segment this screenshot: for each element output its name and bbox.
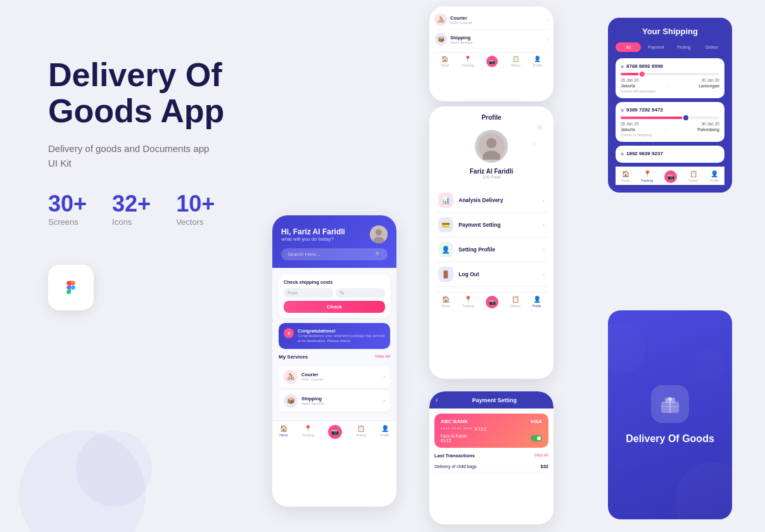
tracking-num-3: 1892 9839 9237 [621, 151, 719, 156]
app-title: Delivery Of Goods App [48, 57, 314, 129]
mini-shipping-item: 📦 Shipping Save Service › [434, 30, 548, 49]
user-avatar [370, 225, 388, 243]
shipping-item-3: 1892 9839 9237 [616, 146, 724, 163]
shipping-service-icon: 📦 [284, 394, 298, 408]
phone-profile: Profile Fariz Al Faridli 100 Frow 📊 Anal… [429, 106, 553, 379]
mini-courier-item: 🚴 Courier 100+ Courier › [434, 10, 548, 30]
congrats-num: 5 [284, 328, 294, 338]
delivery-icon-box [651, 385, 689, 423]
profile-title: Profile [436, 114, 547, 121]
status-1: Goods still packaged [621, 89, 719, 93]
menu-setting-profile[interactable]: 👤 Setting Profile › [436, 238, 547, 262]
phone-header: Hi, Fariz Al Faridli what will you do to… [272, 215, 396, 268]
tab-payment[interactable]: Payment [643, 42, 669, 52]
phone-main: Hi, Fariz Al Faridli what will you do to… [272, 215, 396, 507]
shipping-icon: 📦 [434, 33, 447, 46]
analysis-icon: 📊 [438, 193, 453, 208]
stat-screens: 30+ Screens [48, 191, 87, 227]
menu-payment[interactable]: 💳 Payment Setting › [436, 213, 547, 238]
menu-logout[interactable]: 🚪 Log Out › [436, 262, 547, 287]
shipping-title: Your Shipping [616, 27, 724, 36]
profile-bottom-nav: 🏠 Home 📍 Tracking 📷 📋 History 👤 Profile [436, 292, 547, 310]
congrats-title: Congratulations! [298, 328, 385, 334]
status-2: Goods in Shipping [621, 133, 719, 137]
card-toggle[interactable] [531, 435, 542, 441]
card-number: **** **** **** 8702 [441, 427, 542, 431]
shipping-bottom-nav: 🏠 Home 📍 Tracking 📷 📋 History 👤 Profile [616, 167, 724, 185]
tab-all[interactable]: All [616, 42, 641, 52]
tracking-num-2: 9389 7292 9472 [621, 107, 719, 113]
app-subtitle: Delivery of goods and Documents app UI K… [48, 142, 314, 170]
courier-icon: 🚴 [434, 13, 447, 26]
logout-icon: 🚪 [438, 267, 453, 282]
service-shipping[interactable]: 📦 Shipping Save Service › [279, 390, 390, 412]
payment-screen-title: Payment Setting [441, 397, 547, 403]
service-courier[interactable]: 🚴 Courier 100+ Courier › [279, 366, 390, 388]
shipping-tabs: All Payment Picking Deliver [616, 42, 724, 52]
tracking-num-1: 8768 8892 8998 [621, 63, 719, 69]
trans-item-1: Delivery of child bags $32 [434, 461, 548, 472]
congrats-sub: Congratulations your shipment package ha… [298, 334, 385, 344]
profile-nav-icon: 👤 [381, 425, 389, 432]
from-input[interactable]: From [284, 288, 333, 298]
home-bottom-nav: 🏠 Home 📍 Tracking 📷 📋 History 👤 Profile [272, 421, 396, 443]
sub-greeting-text: what will you do today? [281, 236, 345, 242]
payment-card-visual: ABC BANK VISA **** **** **** 8702 Fariz … [434, 414, 548, 448]
shipping-card: Your Shipping All Payment Picking Delive… [608, 18, 732, 193]
svg-point-10 [668, 397, 672, 401]
history-nav-icon: 📋 [357, 425, 365, 432]
phone-top-center: 🚴 Courier 100+ Courier › 📦 Shipping Save… [429, 6, 553, 101]
view-all-link[interactable]: View All [375, 354, 390, 362]
shipping-item-2: 9389 7292 9472 26 Jan 20 30 Jan 20 Jakar… [616, 102, 724, 142]
home-nav-icon: 🏠 [280, 425, 288, 432]
mini-bottom-nav: 🏠 Home 📍 Tracking 📷 📋 History 👤 Profile [434, 52, 548, 69]
figma-badge [48, 265, 94, 310]
delivery-card-bottom: Delivery Of Goods [608, 310, 732, 519]
menu-analysis[interactable]: 📊 Analysis Delivery › [436, 188, 547, 213]
profile-avatar [475, 130, 508, 163]
search-icon: 🔍 [375, 251, 381, 257]
my-services-title: My Services [279, 354, 308, 360]
greeting-text: Hi, Fariz Al Faridli [281, 227, 345, 236]
payment-icon: 💳 [438, 217, 453, 232]
tab-picking[interactable]: Picking [671, 42, 697, 52]
camera-nav-icon[interactable]: 📷 [328, 425, 342, 439]
back-icon[interactable]: ‹ [436, 396, 438, 403]
stat-icons: 32+ Icons [112, 191, 151, 227]
svg-point-4 [376, 229, 382, 236]
check-button[interactable]: Check [284, 301, 385, 313]
to-input[interactable]: To [336, 288, 385, 298]
courier-service-icon: 🚴 [284, 370, 298, 384]
delivery-card-label: Delivery Of Goods [626, 433, 714, 445]
search-bar[interactable]: Search Here... 🔍 [281, 248, 388, 260]
shipping-item-1: 8768 8892 8998 26 Jan 20 30 Jan 20 Jakar… [616, 58, 724, 98]
stat-vectors: 10+ Vectors [176, 191, 215, 227]
svg-point-1 [486, 138, 496, 148]
shipping-cost-box: Check shipping costs From To Check [279, 274, 390, 318]
setting-profile-icon: 👤 [438, 242, 453, 257]
phone-payment: ‹ Payment Setting ABC BANK VISA **** ***… [429, 391, 553, 524]
profile-name: Fariz Al Faridli [436, 168, 547, 175]
tracking-nav-icon: 📍 [304, 425, 312, 432]
tab-deliver[interactable]: Deliver [699, 42, 724, 52]
congrats-box: 5 Congratulations! Congratulations your … [279, 323, 390, 349]
profile-followers: 100 Frow [436, 175, 547, 179]
